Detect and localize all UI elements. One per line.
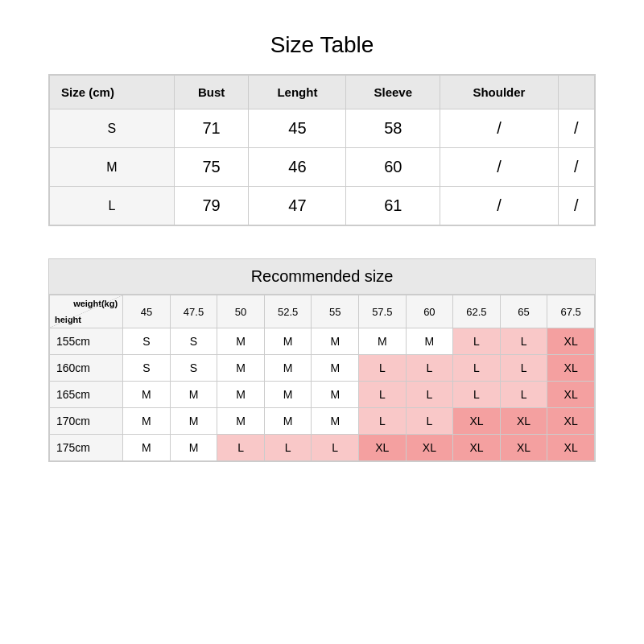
shoulder-col: / (440, 109, 559, 148)
rec-corner-cell: weight(kg)height (50, 295, 123, 328)
rec-table-row: 175cmMMLLLXLXLXLXLXL (50, 435, 595, 461)
rec-weight-header: 47.5 (170, 295, 217, 328)
rec-cell: L (359, 355, 407, 382)
rec-cell: M (123, 408, 171, 435)
rec-cell: M (123, 435, 171, 461)
rec-cell: L (500, 382, 547, 408)
shoulder-col: / (440, 148, 559, 187)
rec-cell: XL (547, 382, 595, 408)
rec-cell: S (123, 328, 171, 355)
size-table: Size (cm) Bust Lenght Sleeve Shoulder S … (49, 75, 595, 225)
rec-table: weight(kg)height4547.55052.55557.56062.5… (49, 295, 595, 461)
rec-cell: XL (547, 355, 595, 382)
rec-cell: M (217, 328, 265, 355)
rec-table-body: 155cmSSMMMMMLLXL160cmSSMMMLLLLXL165cmMMM… (50, 328, 595, 461)
size-table-header-size: Size (cm) (50, 76, 175, 109)
rec-weight-header: 55 (312, 295, 359, 328)
rec-cell: L (359, 408, 407, 435)
size-table-wrapper: Size (cm) Bust Lenght Sleeve Shoulder S … (48, 74, 596, 226)
rec-cell: M (123, 382, 171, 408)
rec-cell: L (264, 435, 312, 461)
rec-cell: L (453, 328, 501, 355)
sleeve-col: 61 (346, 187, 440, 225)
rec-cell: XL (500, 435, 547, 461)
bust-col: 75 (174, 148, 249, 187)
sleeve-col: 60 (346, 148, 440, 187)
rec-cell: XL (547, 408, 595, 435)
rec-weight-header: 52.5 (264, 295, 312, 328)
rec-cell: M (312, 328, 359, 355)
rec-table-title: Recommended size (49, 259, 595, 295)
rec-cell: L (312, 435, 359, 461)
rec-cell: M (217, 408, 265, 435)
extra-col: / (558, 109, 594, 148)
rec-table-row: 170cmMMMMMLLXLXLXL (50, 408, 595, 435)
rec-cell: L (453, 382, 501, 408)
height-label-text: height (55, 315, 118, 324)
weight-label-text: weight(kg) (55, 299, 118, 308)
rec-cell: L (406, 355, 453, 382)
rec-height-col: 175cm (50, 435, 123, 461)
rec-cell: L (453, 355, 501, 382)
rec-cell: M (217, 355, 265, 382)
size-table-row: L 79 47 61 / / (50, 187, 595, 225)
bust-col: 71 (174, 109, 249, 148)
lenght-col: 46 (249, 148, 346, 187)
rec-table-row: 160cmSSMMMLLLLXL (50, 355, 595, 382)
rec-cell: XL (500, 408, 547, 435)
size-table-header-extra (558, 76, 594, 109)
shoulder-col: / (440, 187, 559, 225)
rec-weight-header: 65 (500, 295, 547, 328)
size-table-row: S 71 45 58 / / (50, 109, 595, 148)
rec-weight-header: 45 (123, 295, 171, 328)
rec-cell: S (170, 328, 217, 355)
rec-cell: XL (406, 435, 453, 461)
sleeve-col: 58 (346, 109, 440, 148)
rec-cell: M (406, 328, 453, 355)
rec-cell: L (406, 382, 453, 408)
rec-height-col: 160cm (50, 355, 123, 382)
rec-cell: L (217, 435, 265, 461)
bust-col: 79 (174, 187, 249, 225)
rec-cell: M (312, 382, 359, 408)
extra-col: / (558, 187, 594, 225)
rec-weight-header: 67.5 (547, 295, 595, 328)
rec-cell: M (217, 382, 265, 408)
size-col: S (50, 109, 175, 148)
rec-header-row: weight(kg)height4547.55052.55557.56062.5… (50, 295, 595, 328)
rec-cell: XL (453, 435, 501, 461)
rec-cell: M (170, 382, 217, 408)
rec-cell: L (500, 328, 547, 355)
rec-cell: XL (453, 408, 501, 435)
rec-weight-header: 62.5 (453, 295, 501, 328)
size-table-header-bust: Bust (174, 76, 249, 109)
size-table-row: M 75 46 60 / / (50, 148, 595, 187)
rec-height-col: 170cm (50, 408, 123, 435)
rec-cell: M (264, 328, 312, 355)
rec-cell: XL (547, 328, 595, 355)
rec-cell: XL (359, 435, 407, 461)
lenght-col: 47 (249, 187, 346, 225)
size-table-header-sleeve: Sleeve (346, 76, 440, 109)
rec-weight-header: 50 (217, 295, 265, 328)
rec-weight-header: 57.5 (359, 295, 407, 328)
rec-weight-header: 60 (406, 295, 453, 328)
rec-height-col: 165cm (50, 382, 123, 408)
rec-cell: M (312, 408, 359, 435)
rec-cell: L (406, 408, 453, 435)
page-title: Size Table (48, 32, 596, 58)
size-col: L (50, 187, 175, 225)
size-col: M (50, 148, 175, 187)
rec-cell: M (264, 382, 312, 408)
rec-cell: S (170, 355, 217, 382)
rec-cell: L (500, 355, 547, 382)
rec-cell: M (170, 435, 217, 461)
rec-cell: L (359, 382, 407, 408)
rec-table-row: 165cmMMMMMLLLLXL (50, 382, 595, 408)
size-table-header-lenght: Lenght (249, 76, 346, 109)
rec-table-wrapper: Recommended size weight(kg)height4547.55… (48, 258, 596, 462)
extra-col: / (558, 148, 594, 187)
rec-height-col: 155cm (50, 328, 123, 355)
rec-cell: M (264, 408, 312, 435)
size-table-body: S 71 45 58 / / M 75 46 60 / / L 79 47 61… (50, 109, 595, 225)
